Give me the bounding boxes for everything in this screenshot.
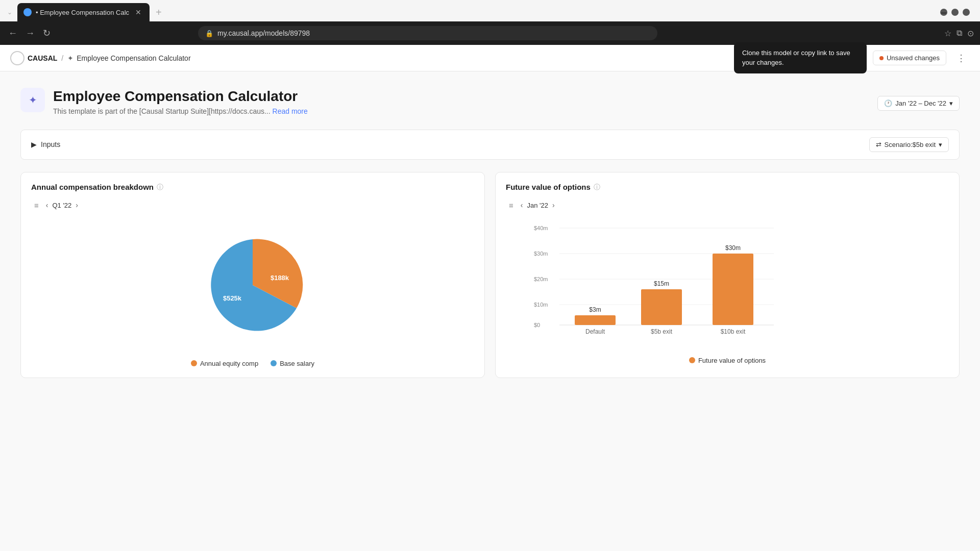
equity-legend-label: Annual equity comp (200, 360, 258, 367)
chart1-menu-button[interactable]: ≡ (31, 200, 42, 211)
bookmark-button[interactable]: ☆ (944, 29, 951, 38)
address-bar[interactable]: 🔒 my.causal.app/models/89798 (198, 26, 657, 40)
chart-compensation-breakdown: Annual compensation breakdown ⓘ ≡ ‹ Q1 '… (20, 172, 485, 378)
scenario-icon: ⇄ (876, 141, 881, 148)
chart1-controls: ≡ ‹ Q1 '22 › (31, 200, 474, 211)
svg-text:$3m: $3m (589, 306, 601, 313)
charts-grid: Annual compensation breakdown ⓘ ≡ ‹ Q1 '… (20, 172, 960, 378)
chart-future-value: Future value of options ⓘ ≡ ‹ Jan '22 › … (495, 172, 960, 378)
main-content: ✦ Employee Compensation Calculator This … (0, 71, 980, 551)
browser-chrome: ⌄ • Employee Compensation Calc ✕ + — ← →… (0, 0, 980, 45)
equity-value-label: $188k (271, 274, 289, 282)
svg-text:$30m: $30m (725, 244, 741, 252)
read-more-link[interactable]: Read more (273, 107, 308, 115)
logo-text: CAUSAL (28, 54, 57, 62)
svg-text:$0: $0 (534, 322, 540, 328)
scenario-selector[interactable]: ⇄ Scenario:$5b exit ▾ (869, 137, 949, 152)
legend-salary: Base salary (271, 360, 314, 367)
forward-button[interactable]: → (23, 26, 37, 41)
svg-text:$10b exit: $10b exit (721, 328, 746, 335)
chevron-down-icon: ▾ (949, 99, 953, 107)
svg-text:$40m: $40m (534, 225, 548, 231)
toggle-arrow-icon: ▶ (31, 140, 37, 148)
window-controls: — (940, 9, 976, 16)
window-close-button[interactable] (963, 9, 970, 16)
address-bar-row: ← → ↻ 🔒 my.causal.app/models/89798 ☆ ⧉ ⊙ (0, 21, 980, 45)
chart2-title: Future value of options (506, 183, 591, 191)
chart2-next-button[interactable]: › (552, 201, 555, 209)
tab-bar: ⌄ • Employee Compensation Calc ✕ + — (0, 0, 980, 21)
bar-chart-wrapper: $40m $30m $20m $10m $0 $3m Default (506, 219, 949, 348)
breadcrumb-label: Employee Compensation Calculator (77, 54, 190, 62)
bar-10b (713, 254, 753, 325)
tooltip-bubble: Clone this model or copy link to save yo… (734, 42, 867, 73)
subtitle-text: This template is part of the [Causal Sta… (53, 107, 271, 115)
address-actions: ☆ ⧉ ⊙ (944, 29, 974, 38)
logo-circle (10, 51, 24, 65)
back-button[interactable]: ← (6, 26, 19, 41)
tab-group-arrow[interactable]: ⌄ (4, 7, 15, 18)
inputs-toggle[interactable]: ▶ Inputs (31, 140, 60, 148)
svg-text:$15m: $15m (654, 280, 669, 287)
salary-legend-label: Base salary (280, 360, 314, 367)
chart2-period-nav: ‹ Jan '22 › (521, 201, 555, 209)
svg-text:$30m: $30m (534, 251, 548, 257)
bar-chart-svg: $40m $30m $20m $10m $0 $3m Default (534, 224, 779, 341)
page-icon: ✦ (29, 94, 37, 106)
equity-dot (191, 360, 197, 366)
chart1-period-nav: ‹ Q1 '22 › (46, 201, 78, 209)
svg-text:$5b exit: $5b exit (651, 328, 673, 335)
address-text: my.causal.app/models/89798 (217, 29, 650, 37)
header-right: Clone this model or copy link to save yo… (734, 42, 970, 73)
tab-close-button[interactable]: ✕ (133, 7, 143, 17)
active-tab[interactable]: • Employee Compensation Calc ✕ (17, 3, 150, 21)
page-title-area: Employee Compensation Calculator This te… (53, 88, 877, 115)
profile-button[interactable]: ⊙ (967, 29, 974, 38)
new-tab-button[interactable]: + (152, 5, 166, 20)
bar-legend: Future value of options (506, 357, 949, 364)
unsaved-dot (879, 56, 884, 60)
svg-text:$10m: $10m (534, 302, 548, 308)
scenario-label: Scenario:$5b exit (885, 141, 936, 148)
legend-future-value: Future value of options (689, 357, 766, 364)
page-icon-container: ✦ (20, 88, 45, 112)
salary-dot (271, 360, 277, 366)
breadcrumb[interactable]: ✦ Employee Compensation Calculator (67, 54, 190, 62)
date-range-selector[interactable]: 🕐 Jan '22 – Dec '22 ▾ (877, 96, 960, 111)
legend-equity: Annual equity comp (191, 360, 258, 367)
tab-favicon (23, 8, 32, 16)
minimize-button[interactable]: — (940, 9, 947, 16)
extension-button[interactable]: ⧉ (957, 29, 962, 38)
bar-default (575, 315, 616, 325)
pie-legend: Annual equity comp Base salary (31, 360, 474, 367)
page-title: Employee Compensation Calculator (53, 88, 877, 105)
chart2-menu-button[interactable]: ≡ (506, 200, 517, 211)
causal-logo[interactable]: CAUSAL (10, 51, 57, 65)
lock-icon: 🔒 (205, 30, 213, 37)
salary-value-label: $525k (223, 294, 242, 302)
tab-title: • Employee Compensation Calc (36, 9, 129, 16)
future-value-legend-label: Future value of options (698, 357, 766, 364)
chart2-prev-button[interactable]: ‹ (521, 201, 523, 209)
clock-icon: 🕐 (884, 99, 892, 107)
tooltip-text: Clone this model or copy link to save yo… (742, 49, 850, 66)
pie-chart-container: $188k $525k (31, 219, 474, 352)
scenario-chevron-icon: ▾ (939, 141, 942, 148)
unsaved-label: Unsaved changes (887, 54, 940, 62)
page-header: ✦ Employee Compensation Calculator This … (20, 88, 960, 115)
chart1-next-button[interactable]: › (76, 201, 78, 209)
date-range-text: Jan '22 – Dec '22 (895, 99, 946, 107)
breadcrumb-separator: / (61, 54, 63, 62)
chart1-prev-button[interactable]: ‹ (46, 201, 48, 209)
inputs-label: Inputs (41, 140, 60, 148)
unsaved-changes-badge[interactable]: Unsaved changes (873, 51, 946, 65)
chart1-header: Annual compensation breakdown ⓘ (31, 183, 474, 192)
chart1-info-icon[interactable]: ⓘ (157, 183, 163, 192)
maximize-button[interactable] (951, 9, 959, 16)
chart2-header: Future value of options ⓘ (506, 183, 949, 192)
inputs-section: ▶ Inputs ⇄ Scenario:$5b exit ▾ (20, 130, 960, 160)
chart2-info-icon[interactable]: ⓘ (594, 183, 600, 192)
breadcrumb-icon: ✦ (67, 54, 74, 62)
more-options-button[interactable]: ⋮ (952, 51, 970, 66)
refresh-button[interactable]: ↻ (41, 26, 53, 41)
